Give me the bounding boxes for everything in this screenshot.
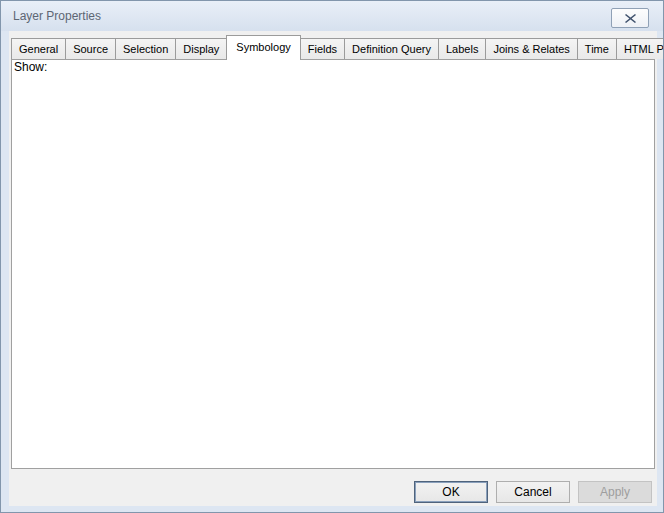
tab-definition-query[interactable]: Definition Query	[345, 38, 439, 59]
tab-source[interactable]: Source	[66, 38, 116, 59]
layer-properties-dialog: Layer Properties GeneralSourceSelectionD…	[0, 0, 664, 513]
close-button[interactable]	[611, 8, 649, 28]
tab-strip: GeneralSourceSelectionDisplaySymbologyFi…	[11, 37, 664, 59]
tab-fields[interactable]: Fields	[301, 38, 345, 59]
tab-html-popup[interactable]: HTML Popup	[617, 38, 664, 59]
close-icon	[625, 14, 636, 23]
tab-selection[interactable]: Selection	[116, 38, 176, 59]
tab-symbology[interactable]: Symbology	[226, 35, 300, 60]
tab-time[interactable]: Time	[578, 38, 617, 59]
symbology-tab-page	[11, 59, 655, 469]
title-bar: Layer Properties	[1, 1, 663, 31]
tab-display[interactable]: Display	[176, 38, 227, 59]
tab-labels[interactable]: Labels	[439, 38, 486, 59]
ok-button[interactable]: OK	[414, 481, 488, 503]
apply-button: Apply	[578, 481, 652, 503]
tab-general[interactable]: General	[11, 38, 66, 59]
tab-joins-relates[interactable]: Joins & Relates	[486, 38, 577, 59]
show-label: Show:	[14, 60, 47, 74]
dialog-title: Layer Properties	[13, 1, 101, 31]
cancel-button[interactable]: Cancel	[496, 481, 570, 503]
